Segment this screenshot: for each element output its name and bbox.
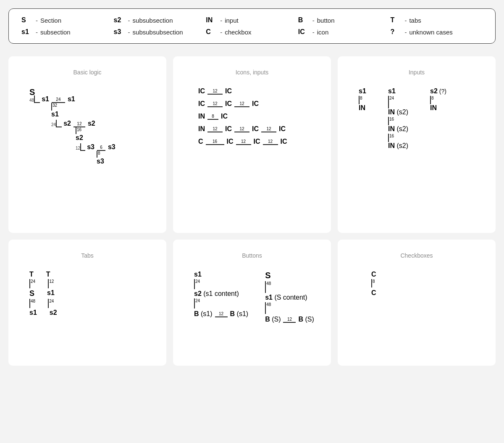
node-s1-1: s1: [42, 95, 49, 103]
legend-item-unknown: ? - unknown cases: [390, 28, 483, 36]
node-s2-inp: s2: [430, 87, 438, 95]
hbar-6-1: 6: [97, 145, 105, 151]
legend-key-B: B: [298, 16, 310, 24]
node-s1-tabs: s1: [47, 289, 55, 298]
diagram-icons-inputs: IC 12 IC IC 12 IC 12 IC: [186, 87, 318, 145]
node-s1-2: s1: [68, 95, 75, 103]
diag-in-ic-ic-ic: IN 12 IC 12 IC 12 IC: [198, 125, 318, 133]
hbar-24-1: 24: [52, 97, 65, 103]
diagram-inputs: s1 8 IN s1 24 IN (s2): [350, 87, 483, 150]
diagram-checkboxes: C 8 C: [350, 271, 483, 297]
legend-item-S: S - Section: [21, 16, 114, 24]
legend-key-C: C: [206, 28, 218, 36]
legend-key-s3: s3: [114, 28, 126, 36]
diagram-tabs: T T 24 12 S s1: [21, 271, 154, 316]
node-s2-2: s2: [88, 120, 95, 127]
diag-in-ic-1: IN 8 IC: [198, 113, 318, 120]
legend-key-s2: s2: [114, 16, 126, 24]
node-S-tabs: S: [29, 289, 34, 298]
diag-c-ic-ic-ic: C 16 IC 12 IC 12 IC: [198, 138, 318, 145]
card-title-icons-inputs: Icons, inputs: [186, 69, 318, 76]
legend-item-T: T - tabs: [390, 16, 483, 24]
node-s1-3: s1: [51, 111, 59, 118]
node-s2-1: s2: [63, 120, 71, 127]
node-T-1: T: [29, 271, 34, 278]
legend-key-unknown: ?: [390, 28, 402, 36]
cards-row-2: Tabs T T 24 12 S s1: [8, 240, 496, 366]
node-IN-inp-3: IN: [430, 104, 437, 112]
legend-col-4: B - button IC - icon: [298, 16, 391, 36]
diag-ic-ic-1: IC 12 IC: [198, 87, 318, 95]
legend-item-s1: s1 - subsection: [21, 28, 114, 36]
node-s3-1: s3: [87, 143, 94, 151]
diag-ic-ic-ic: IC 12 IC 12 IC: [198, 100, 318, 108]
legend-label-T: tabs: [409, 17, 421, 24]
node-s3-2: s3: [108, 143, 116, 151]
card-inputs: Inputs s1 8 IN s1: [338, 56, 496, 233]
node-s2-3: s2: [76, 134, 83, 142]
legend-key-S: S: [21, 16, 33, 24]
legend-label-S: Section: [40, 17, 61, 24]
node-s1-inp-2: s1: [388, 87, 396, 95]
node-IN-s2-inp-3: IN (s2): [388, 142, 408, 150]
legend-col-2: s2 - subsubsection s3 - subsubsubsection: [114, 16, 206, 36]
card-tabs: Tabs T T 24 12 S s1: [8, 240, 166, 366]
legend-item-s2: s2 - subsubsection: [114, 16, 206, 24]
diagram-buttons: s1 24 s2 (s1 content) 24 B (s1) 12 B (s1…: [186, 271, 318, 323]
legend-item-s3: s3 - subsubsubsection: [114, 28, 206, 36]
legend-col-1: S - Section s1 - subsection: [21, 16, 114, 36]
card-title-tabs: Tabs: [21, 252, 154, 259]
card-title-basic-logic: Basic logic: [21, 69, 154, 76]
node-s1-tabs-2: s1: [29, 309, 37, 316]
node-s3-3: s3: [97, 158, 104, 165]
legend-label-IN: input: [225, 17, 239, 24]
card-icons-inputs: Icons, inputs IC 12 IC IC 12 IC: [173, 56, 331, 233]
legend-item-C: C - checkbox: [206, 28, 298, 36]
legend-label-B: button: [317, 17, 335, 24]
legend-label-s3: subsubsubsection: [133, 29, 183, 36]
legend-col-3: IN - input C - checkbox: [206, 16, 298, 36]
legend-key-T: T: [390, 16, 402, 24]
node-IN-s2-inp-2: IN (s2): [388, 125, 408, 133]
node-T-2: T: [46, 271, 50, 278]
legend-item-B: B - button: [298, 16, 391, 24]
card-basic-logic: Basic logic S 48 s1 24: [8, 56, 166, 233]
legend-key-IC: IC: [298, 28, 310, 36]
legend-key-IN: IN: [206, 16, 218, 24]
legend-item-IN: IN - input: [206, 16, 298, 24]
cards-row-1: Basic logic S 48 s1 24: [8, 56, 496, 233]
hbar-12-1: 12: [74, 121, 85, 127]
card-title-buttons: Buttons: [186, 252, 318, 259]
node-IN-s2-inp: IN (s2): [388, 108, 408, 116]
node-C-1: C: [371, 271, 376, 278]
card-title-inputs: Inputs: [350, 69, 483, 76]
legend-box: S - Section s1 - subsection s2 - subsubs…: [8, 8, 496, 44]
node-s1-btn-col1: s1: [194, 271, 202, 278]
legend-item-IC: IC - icon: [298, 28, 391, 36]
node-s2-tabs: s2: [50, 309, 57, 316]
card-title-checkboxes: Checkboxes: [350, 252, 483, 259]
card-buttons: Buttons s1 24 s2 (s1 content) 24 B (s1) …: [173, 240, 331, 366]
legend-label-C: checkbox: [225, 29, 251, 36]
legend-label-unknown: unknown cases: [409, 29, 452, 36]
node-s1-inp-1: s1: [359, 87, 366, 95]
legend-label-s1: subsection: [40, 29, 71, 36]
legend-label-s2: subsubsection: [133, 17, 173, 24]
node-IN-inp-1: IN: [359, 104, 365, 112]
legend-key-s1: s1: [21, 28, 33, 36]
node-C-2: C: [371, 289, 376, 297]
legend-label-IC: icon: [317, 29, 329, 36]
legend-col-5: T - tabs ? - unknown cases: [390, 16, 483, 36]
diagram-basic-logic: S 48 s1 24 s1: [21, 87, 154, 165]
card-checkboxes: Checkboxes C 8 C: [338, 240, 496, 366]
